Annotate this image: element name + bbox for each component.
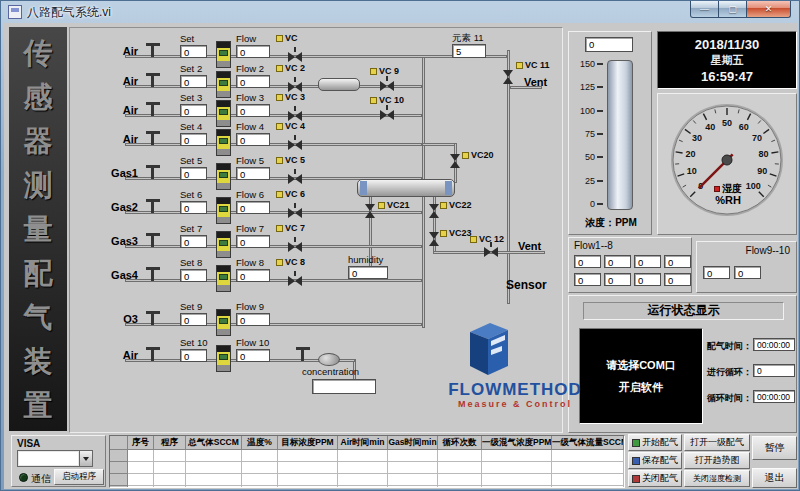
table-cell[interactable]: [388, 486, 438, 488]
table-cell[interactable]: [338, 486, 388, 488]
valve-row4-icon[interactable]: [288, 140, 302, 150]
valve-vc22-icon[interactable]: [429, 204, 439, 218]
open-trend-button[interactable]: 打开趋势图: [684, 452, 750, 469]
valve-row7-icon[interactable]: [288, 242, 302, 252]
set-input[interactable]: 0: [180, 201, 207, 214]
table-row-header[interactable]: [110, 474, 128, 486]
set-input[interactable]: 0: [180, 75, 207, 88]
table-cell[interactable]: [186, 462, 242, 474]
set-input[interactable]: 0: [180, 349, 207, 362]
manual-valve-icon[interactable]: [146, 199, 160, 213]
table-cell[interactable]: [154, 486, 186, 488]
table-cell[interactable]: [438, 474, 482, 486]
manual-valve-icon[interactable]: [146, 311, 160, 325]
table-cell[interactable]: [338, 462, 388, 474]
table-cell[interactable]: [388, 474, 438, 486]
valve-vc10-icon[interactable]: [380, 110, 394, 120]
save-gas-button[interactable]: 保存配气: [628, 452, 682, 469]
valve-row6-icon[interactable]: [288, 208, 302, 218]
manual-valve-icon[interactable]: [146, 43, 160, 57]
manual-valve-icon[interactable]: [146, 165, 160, 179]
comm-led-indicator: [19, 473, 28, 482]
table-cell[interactable]: [186, 474, 242, 486]
table-cell[interactable]: [482, 462, 552, 474]
table-cell[interactable]: [482, 474, 552, 486]
maximize-button[interactable]: ▢: [719, 1, 746, 18]
manual-valve-icon[interactable]: [146, 347, 160, 361]
close-button[interactable]: ✕: [746, 1, 791, 18]
table-cell[interactable]: [482, 450, 552, 462]
table-cell[interactable]: [242, 486, 278, 488]
valve-row1-icon[interactable]: [288, 52, 302, 62]
close-humidity-button[interactable]: 关闭湿度检测: [684, 470, 750, 487]
table-cell[interactable]: [388, 450, 438, 462]
valve-row3-icon[interactable]: [288, 111, 302, 121]
combo-dropdown-button[interactable]: [79, 451, 92, 466]
set-input[interactable]: 0: [180, 133, 207, 146]
set-input[interactable]: 0: [180, 104, 207, 117]
table-cell[interactable]: [552, 474, 624, 486]
manual-valve-icon[interactable]: [146, 131, 160, 145]
table-cell[interactable]: [438, 450, 482, 462]
table-row-header[interactable]: [110, 450, 128, 462]
table-cell[interactable]: [388, 462, 438, 474]
manual-valve-icon[interactable]: [146, 73, 160, 87]
table-cell[interactable]: [186, 450, 242, 462]
manual-valve-icon[interactable]: [146, 102, 160, 116]
table-cell[interactable]: [154, 462, 186, 474]
table-row-header[interactable]: [110, 462, 128, 474]
pause-button[interactable]: 暂停: [752, 436, 797, 460]
set-input[interactable]: 0: [180, 269, 207, 282]
table-cell[interactable]: [242, 474, 278, 486]
table-cell[interactable]: [128, 486, 154, 488]
table-cell[interactable]: [242, 462, 278, 474]
table-cell[interactable]: [154, 450, 186, 462]
table-cell[interactable]: [278, 462, 338, 474]
table-cell[interactable]: [278, 486, 338, 488]
set-input[interactable]: 0: [180, 45, 207, 58]
valve-vc20-icon[interactable]: [450, 154, 460, 168]
table-cell[interactable]: [338, 450, 388, 462]
table-cell[interactable]: [552, 450, 624, 462]
table-cell[interactable]: [482, 486, 552, 488]
valve-vc21-icon[interactable]: [365, 204, 375, 218]
manual-valve-icon[interactable]: [146, 267, 160, 281]
start-gas-button[interactable]: 开始配气: [628, 434, 682, 451]
manual-valve-icon[interactable]: [146, 233, 160, 247]
manual-valve-icon[interactable]: [296, 347, 310, 361]
table-cell[interactable]: [186, 486, 242, 488]
table-cell[interactable]: [154, 474, 186, 486]
valve-vc23-icon[interactable]: [429, 232, 439, 246]
set-input[interactable]: 0: [180, 235, 207, 248]
exit-button[interactable]: 退出: [752, 468, 797, 488]
titlebar[interactable]: 八路配气系统.vi — ▢ ✕: [1, 1, 799, 23]
valve-vc11-icon[interactable]: [503, 70, 513, 84]
table-cell[interactable]: [128, 450, 154, 462]
table-cell[interactable]: [128, 462, 154, 474]
table-cell[interactable]: [438, 462, 482, 474]
element11-input[interactable]: 5: [452, 44, 486, 58]
table-cell[interactable]: [242, 450, 278, 462]
open-primary-gas-button[interactable]: 打开一级配气: [684, 434, 750, 451]
valve-vc9-icon[interactable]: [380, 81, 394, 91]
table-cell[interactable]: [552, 462, 624, 474]
table-cell[interactable]: [128, 474, 154, 486]
close-gas-button[interactable]: 关闭配气: [628, 470, 682, 487]
table-cell[interactable]: [552, 486, 624, 488]
set-input[interactable]: 0: [180, 167, 207, 180]
visa-resource-combo[interactable]: [17, 450, 93, 467]
set-input[interactable]: 0: [180, 313, 207, 326]
program-table[interactable]: 序号程序总气体SCCM温度%目标浓度PPMAir时间minGas时间min循环次…: [109, 435, 625, 488]
valve-row8-icon[interactable]: [288, 276, 302, 286]
table-cell[interactable]: [278, 474, 338, 486]
valve-row2-icon[interactable]: [288, 82, 302, 92]
start-program-button[interactable]: 启动程序: [54, 469, 104, 485]
mfc-screen: [219, 138, 228, 144]
table-cell[interactable]: [278, 450, 338, 462]
table-cell[interactable]: [338, 474, 388, 486]
table-cell[interactable]: [438, 486, 482, 488]
minimize-button[interactable]: —: [690, 1, 719, 18]
valve-row5-icon[interactable]: [288, 174, 302, 184]
valve-vc12-icon[interactable]: [484, 247, 498, 257]
table-row-header[interactable]: [110, 486, 128, 488]
